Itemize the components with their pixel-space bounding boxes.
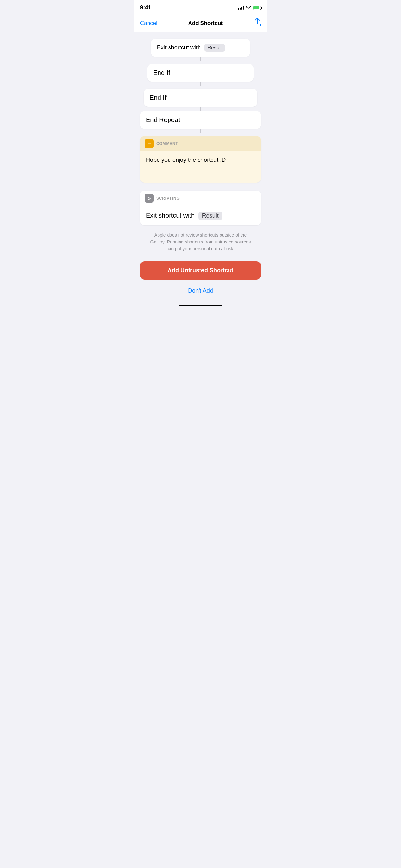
- share-icon[interactable]: [254, 18, 261, 28]
- comment-label: COMMENT: [156, 142, 178, 146]
- nav-bar: Cancel Add Shortcut: [134, 14, 267, 32]
- items-container: Exit shortcut with Result End If End If …: [140, 36, 261, 299]
- status-icons: [238, 5, 261, 10]
- add-untrusted-button[interactable]: Add Untrusted Shortcut: [140, 261, 261, 280]
- disclaimer-text: Apple does not review shortcuts outside …: [140, 225, 261, 259]
- battery-icon: [253, 6, 261, 10]
- end-if-1-container: End If: [147, 61, 253, 82]
- end-if-1-text: End If: [153, 69, 170, 76]
- signal-bars-icon: [238, 6, 244, 10]
- scripting-header: ⚙ SCRIPTING: [140, 190, 261, 206]
- status-time: 9:41: [140, 4, 151, 11]
- comment-card: ☰ COMMENT Hope you enjoy the shortcut :D: [140, 133, 261, 183]
- connector-line-1: [200, 57, 201, 61]
- comment-icon: ☰: [145, 139, 154, 148]
- end-repeat-text: End Repeat: [146, 116, 180, 123]
- battery-fill: [253, 6, 259, 9]
- status-bar: 9:41: [134, 0, 267, 14]
- end-if-2-text: End If: [150, 94, 166, 101]
- exit-shortcut-top-result[interactable]: Result: [204, 44, 225, 52]
- connector-line-2: [200, 82, 201, 86]
- scripting-result-badge[interactable]: Result: [198, 212, 222, 220]
- comment-body-text: Hope you enjoy the shortcut :D: [146, 157, 226, 163]
- scripting-body: Exit shortcut with Result: [140, 206, 261, 225]
- wifi-icon: [246, 5, 251, 10]
- end-if-2-container: End If: [144, 86, 257, 106]
- scripting-label: SCRIPTING: [156, 196, 180, 200]
- exit-shortcut-top-text: Exit shortcut with: [157, 44, 201, 51]
- connector-line-4: [200, 129, 201, 133]
- connector-line-3: [200, 106, 201, 111]
- scroll-area: Exit shortcut with Result End If End If …: [134, 32, 267, 299]
- comment-body: Hope you enjoy the shortcut :D: [140, 151, 261, 183]
- comment-header: ☰ COMMENT: [140, 136, 261, 151]
- home-indicator: [179, 305, 222, 306]
- end-repeat-container: End Repeat: [140, 111, 261, 129]
- scripting-exit-text: Exit shortcut with: [146, 212, 195, 219]
- scripting-icon: ⚙: [145, 194, 154, 203]
- nav-title: Add Shortcut: [188, 20, 223, 27]
- exit-shortcut-top-card: Exit shortcut with Result: [151, 36, 250, 57]
- cancel-button[interactable]: Cancel: [140, 20, 157, 27]
- dont-add-button[interactable]: Don't Add: [140, 282, 261, 299]
- scripting-card: ⚙ SCRIPTING Exit shortcut with Result: [140, 188, 261, 225]
